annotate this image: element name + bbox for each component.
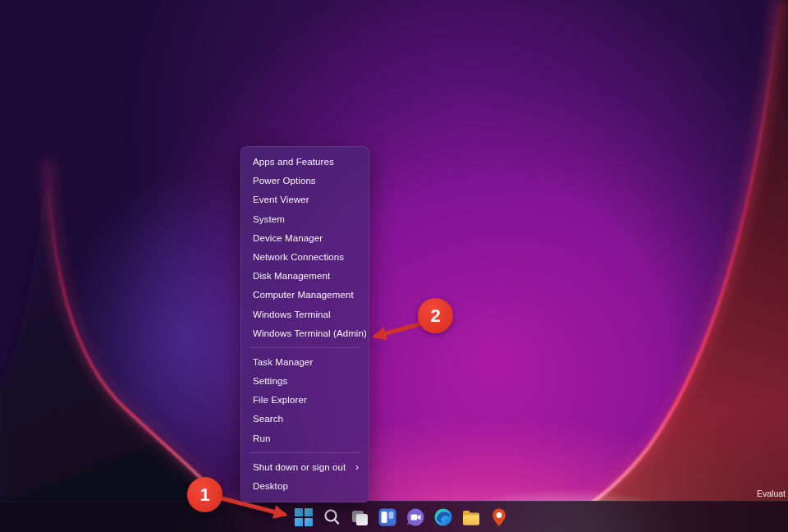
location-pin-icon	[489, 507, 509, 527]
menu-separator	[250, 452, 360, 453]
start-icon	[294, 507, 314, 527]
menu-item-power-options[interactable]: Power Options	[245, 172, 365, 190]
taskbar-widgets-button[interactable]	[377, 507, 398, 528]
search-icon	[322, 507, 341, 527]
menu-item-device-manager[interactable]: Device Manager	[245, 229, 365, 248]
menu-item-apps-and-features[interactable]: Apps and Features	[245, 153, 365, 172]
widgets-icon	[378, 507, 397, 527]
menu-separator	[250, 347, 360, 348]
menu-item-search[interactable]: Search	[245, 410, 365, 429]
winx-quick-link-menu: Apps and FeaturesPower OptionsEvent View…	[241, 146, 369, 502]
callout-1-badge: 1	[187, 477, 222, 512]
taskbar-location-pin-button[interactable]	[488, 507, 510, 528]
task-view-icon	[350, 507, 369, 527]
menu-item-settings[interactable]: Settings	[245, 372, 365, 391]
edge-icon	[433, 507, 453, 527]
taskbar-search-button[interactable]	[321, 507, 342, 528]
submenu-chevron-icon: ›	[355, 458, 359, 477]
menu-item-file-explorer[interactable]: File Explorer	[245, 391, 365, 410]
menu-item-task-manager[interactable]: Task Manager	[245, 353, 365, 372]
taskbar-edge-button[interactable]	[433, 507, 454, 528]
chat-icon	[405, 507, 425, 527]
taskbar-icon-group	[293, 502, 510, 532]
desktop-wallpaper	[0, 0, 788, 532]
start-button[interactable]	[293, 507, 314, 528]
callout-2-badge: 2	[418, 298, 453, 333]
evaluation-watermark: Evaluat	[757, 488, 786, 498]
taskbar	[0, 501, 788, 532]
menu-item-shut-down-or-sign-out[interactable]: Shut down or sign out›	[245, 458, 365, 477]
menu-item-windows-terminal[interactable]: Windows Terminal	[245, 305, 365, 324]
menu-item-desktop[interactable]: Desktop	[245, 477, 365, 496]
menu-item-system[interactable]: System	[245, 210, 365, 229]
menu-item-event-viewer[interactable]: Event Viewer	[245, 190, 365, 209]
file-explorer-icon	[461, 507, 481, 527]
taskbar-task-view-button[interactable]	[349, 507, 370, 528]
menu-item-network-connections[interactable]: Network Connections	[245, 248, 365, 267]
menu-item-computer-management[interactable]: Computer Management	[245, 286, 365, 305]
menu-item-windows-terminal-admin[interactable]: Windows Terminal (Admin)	[245, 324, 365, 343]
menu-item-disk-management[interactable]: Disk Management	[245, 267, 365, 286]
taskbar-file-explorer-button[interactable]	[460, 507, 482, 528]
taskbar-chat-button[interactable]	[405, 507, 426, 528]
menu-item-run[interactable]: Run	[245, 429, 365, 448]
